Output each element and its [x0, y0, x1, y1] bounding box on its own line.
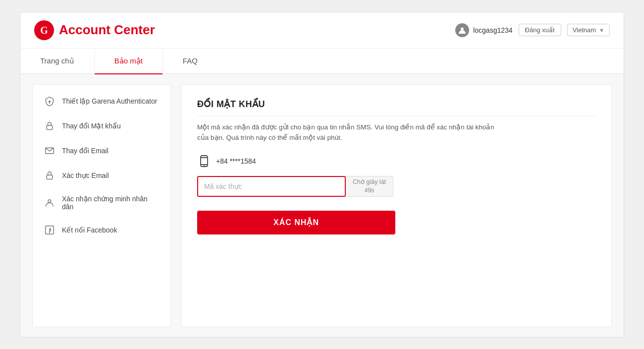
wait-resend-button: Chờ giây lát 49s — [346, 176, 393, 197]
nav-tabs: Trang chủ Bảo mật FAQ — [20, 49, 624, 74]
tab-security[interactable]: Bảo mật — [95, 49, 163, 73]
app-title: Account Center — [59, 22, 155, 38]
logout-button[interactable]: Đăng xuất — [519, 24, 561, 36]
svg-point-3 — [49, 100, 51, 102]
svg-point-8 — [48, 199, 51, 202]
main-container: G Account Center locgasg1234 Đăng xuất — [20, 12, 624, 338]
logo-area: G Account Center — [34, 20, 155, 40]
sidebar-item-change-email[interactable]: Thay đổi Email — [33, 138, 170, 163]
sidebar-item-authenticator-label: Thiết lập Garena Authenticator — [62, 97, 157, 105]
lock-icon — [44, 120, 55, 131]
tab-home[interactable]: Trang chủ — [20, 49, 95, 73]
header-right: locgasg1234 Đăng xuất Vietnam ▼ — [455, 23, 610, 37]
sidebar-item-verify-email[interactable]: Xác thực Email — [33, 163, 170, 188]
sidebar-item-authenticator[interactable]: Thiết lập Garena Authenticator — [33, 89, 170, 114]
sidebar: Thiết lập Garena Authenticator Thay đổi … — [32, 84, 171, 327]
garena-logo-icon: G — [34, 20, 54, 40]
facebook-icon — [44, 225, 55, 235]
svg-point-2 — [461, 27, 464, 30]
sidebar-item-change-password-label: Thay đổi Mật khẩu — [62, 122, 121, 130]
person-icon — [44, 197, 55, 208]
content-area: Thiết lập Garena Authenticator Thay đổi … — [20, 74, 624, 337]
chevron-down-icon: ▼ — [599, 27, 604, 33]
country-label: Vietnam — [573, 26, 596, 34]
user-info: locgasg1234 — [455, 23, 512, 37]
tab-faq[interactable]: FAQ — [163, 49, 217, 73]
main-panel: ĐỔI MẬT KHẨU Một mã xác nhận đã được gửi… — [181, 84, 612, 327]
sidebar-item-change-email-label: Thay đổi Email — [62, 147, 108, 155]
svg-point-13 — [204, 165, 205, 166]
svg-rect-7 — [47, 175, 53, 179]
svg-rect-5 — [47, 125, 53, 129]
phone-number: +84 ****1584 — [216, 157, 256, 165]
lock2-icon — [44, 170, 55, 181]
sidebar-item-facebook-label: Kết nối Facebook — [62, 226, 117, 234]
panel-description: Một mã xác nhận đã được gửi cho bạn qua … — [197, 122, 494, 143]
page-wrapper: G Account Center locgasg1234 Đăng xuất — [0, 0, 644, 349]
user-avatar — [455, 23, 469, 37]
country-selector[interactable]: Vietnam ▼ — [567, 24, 610, 36]
svg-text:G: G — [40, 25, 48, 36]
sidebar-item-change-password[interactable]: Thay đổi Mật khẩu — [33, 114, 170, 138]
confirm-button[interactable]: XÁC NHẬN — [197, 211, 395, 234]
sidebar-item-id-verify-label: Xác nhận chứng minh nhân dân — [62, 195, 161, 211]
header: G Account Center locgasg1234 Đăng xuất — [20, 12, 624, 49]
shield-icon — [44, 96, 55, 107]
sidebar-item-facebook[interactable]: Kết nối Facebook — [33, 218, 170, 242]
phone-icon — [197, 154, 211, 168]
phone-row: +84 ****1584 — [197, 154, 595, 168]
sidebar-item-id-verify[interactable]: Xác nhận chứng minh nhân dân — [33, 188, 170, 218]
otp-input-row: Chờ giây lát 49s — [197, 176, 595, 197]
username-label: locgasg1234 — [473, 26, 512, 34]
email-icon — [44, 145, 55, 156]
wait-label: Chờ giây lát 49s — [353, 178, 386, 194]
otp-input[interactable] — [197, 176, 346, 197]
panel-title: ĐỔI MẬT KHẨU — [197, 99, 595, 116]
sidebar-item-verify-email-label: Xác thực Email — [62, 172, 109, 179]
